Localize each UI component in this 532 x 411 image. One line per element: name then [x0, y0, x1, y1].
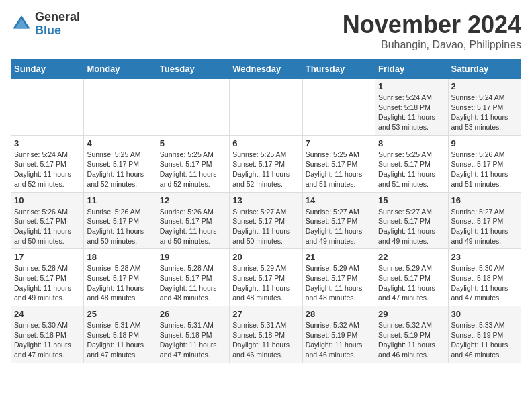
cell-info: and 50 minutes.: [87, 236, 153, 246]
cell-info: and 52 minutes.: [87, 179, 153, 189]
cell-info: Sunset: 5:17 PM: [14, 273, 81, 283]
cell-info: Sunset: 5:17 PM: [160, 273, 226, 283]
cell-info: and 48 minutes.: [306, 293, 372, 303]
cell-info: Sunset: 5:19 PM: [378, 330, 445, 340]
day-number: 15: [378, 195, 445, 205]
day-number: 24: [14, 309, 81, 319]
weekday-header: Wednesday: [230, 60, 302, 79]
calendar-cell: 26Sunrise: 5:31 AMSunset: 5:18 PMDayligh…: [157, 306, 229, 363]
logo-blue: Blue: [35, 24, 80, 38]
cell-info: Daylight: 11 hours: [451, 283, 518, 293]
cell-info: Sunrise: 5:31 AM: [232, 320, 299, 330]
calendar-cell: 23Sunrise: 5:30 AMSunset: 5:18 PMDayligh…: [448, 249, 521, 306]
calendar-cell: [157, 79, 229, 136]
cell-info: Sunset: 5:18 PM: [232, 330, 299, 340]
day-number: 27: [232, 309, 299, 319]
cell-info: Sunset: 5:17 PM: [378, 159, 445, 169]
cell-info: Sunrise: 5:28 AM: [14, 263, 81, 273]
page-header: General Blue November 2024 Buhangin, Dav…: [11, 11, 521, 51]
cell-info: Sunset: 5:17 PM: [378, 216, 445, 226]
cell-info: Sunrise: 5:25 AM: [306, 150, 372, 160]
cell-info: and 46 minutes.: [232, 350, 299, 360]
calendar-cell: [11, 79, 84, 136]
cell-info: Daylight: 11 hours: [160, 226, 226, 236]
cell-info: Daylight: 11 hours: [14, 340, 81, 350]
cell-info: and 46 minutes.: [378, 350, 445, 360]
calendar-cell: 9Sunrise: 5:26 AMSunset: 5:17 PMDaylight…: [448, 135, 521, 192]
cell-info: Sunset: 5:17 PM: [232, 159, 299, 169]
calendar-cell: [302, 79, 375, 136]
day-number: 6: [232, 138, 299, 148]
logo-general: General: [35, 11, 80, 24]
title-block: November 2024 Buhangin, Davao, Philippin…: [343, 11, 521, 51]
calendar-week-row: 17Sunrise: 5:28 AMSunset: 5:17 PMDayligh…: [11, 249, 521, 306]
day-number: 3: [14, 138, 81, 148]
cell-info: and 47 minutes.: [87, 350, 153, 360]
weekday-header: Friday: [375, 60, 448, 79]
calendar-week-row: 24Sunrise: 5:30 AMSunset: 5:18 PMDayligh…: [11, 306, 521, 363]
calendar-cell: 25Sunrise: 5:31 AMSunset: 5:18 PMDayligh…: [84, 306, 157, 363]
cell-info: Sunrise: 5:24 AM: [378, 93, 445, 103]
cell-info: and 48 minutes.: [232, 293, 299, 303]
calendar-cell: 28Sunrise: 5:32 AMSunset: 5:19 PMDayligh…: [302, 306, 375, 363]
day-number: 13: [232, 195, 299, 205]
cell-info: Sunset: 5:17 PM: [232, 216, 299, 226]
cell-info: Daylight: 11 hours: [87, 340, 153, 350]
cell-info: Sunset: 5:17 PM: [14, 159, 81, 169]
cell-info: Sunrise: 5:26 AM: [160, 207, 226, 217]
cell-info: Sunrise: 5:24 AM: [14, 150, 81, 160]
cell-info: Daylight: 11 hours: [451, 226, 518, 236]
cell-info: Sunrise: 5:27 AM: [378, 207, 445, 217]
cell-info: Daylight: 11 hours: [306, 340, 372, 350]
day-number: 22: [378, 252, 445, 262]
calendar-cell: 15Sunrise: 5:27 AMSunset: 5:17 PMDayligh…: [375, 192, 448, 249]
cell-info: and 46 minutes.: [306, 350, 372, 360]
cell-info: Sunset: 5:17 PM: [306, 273, 372, 283]
calendar-cell: [84, 79, 157, 136]
calendar-cell: 30Sunrise: 5:33 AMSunset: 5:19 PMDayligh…: [448, 306, 521, 363]
cell-info: Sunrise: 5:29 AM: [232, 263, 299, 273]
cell-info: Sunrise: 5:25 AM: [232, 150, 299, 160]
calendar-cell: 16Sunrise: 5:27 AMSunset: 5:17 PMDayligh…: [448, 192, 521, 249]
cell-info: Daylight: 11 hours: [87, 283, 153, 293]
calendar-cell: 19Sunrise: 5:28 AMSunset: 5:17 PMDayligh…: [157, 249, 229, 306]
calendar-cell: 4Sunrise: 5:25 AMSunset: 5:17 PMDaylight…: [84, 135, 157, 192]
cell-info: Sunset: 5:17 PM: [160, 216, 226, 226]
cell-info: and 46 minutes.: [451, 350, 518, 360]
calendar-cell: 18Sunrise: 5:28 AMSunset: 5:17 PMDayligh…: [84, 249, 157, 306]
cell-info: and 49 minutes.: [378, 236, 445, 246]
cell-info: Daylight: 11 hours: [14, 169, 81, 179]
day-number: 19: [160, 252, 226, 262]
cell-info: and 48 minutes.: [87, 293, 153, 303]
day-number: 29: [378, 309, 445, 319]
weekday-header: Sunday: [11, 60, 84, 79]
day-number: 21: [306, 252, 372, 262]
day-number: 17: [14, 252, 81, 262]
cell-info: Sunset: 5:17 PM: [160, 159, 226, 169]
day-number: 28: [306, 309, 372, 319]
calendar-cell: 20Sunrise: 5:29 AMSunset: 5:17 PMDayligh…: [230, 249, 302, 306]
calendar-cell: 14Sunrise: 5:27 AMSunset: 5:17 PMDayligh…: [302, 192, 375, 249]
cell-info: Daylight: 11 hours: [232, 226, 299, 236]
cell-info: Daylight: 11 hours: [378, 283, 445, 293]
cell-info: and 47 minutes.: [160, 350, 226, 360]
day-number: 26: [160, 309, 226, 319]
weekday-header: Thursday: [302, 60, 375, 79]
cell-info: Sunrise: 5:25 AM: [160, 150, 226, 160]
cell-info: Sunset: 5:17 PM: [232, 273, 299, 283]
cell-info: and 49 minutes.: [306, 236, 372, 246]
day-number: 7: [306, 138, 372, 148]
cell-info: Sunrise: 5:25 AM: [378, 150, 445, 160]
cell-info: Sunset: 5:17 PM: [451, 159, 518, 169]
cell-info: Daylight: 11 hours: [306, 226, 372, 236]
cell-info: Daylight: 11 hours: [87, 169, 153, 179]
logo: General Blue: [11, 11, 80, 38]
cell-info: and 51 minutes.: [306, 179, 372, 189]
cell-info: Daylight: 11 hours: [451, 169, 518, 179]
cell-info: Sunrise: 5:28 AM: [160, 263, 226, 273]
cell-info: and 49 minutes.: [14, 293, 81, 303]
weekday-header: Monday: [84, 60, 157, 79]
cell-info: Sunrise: 5:26 AM: [87, 207, 153, 217]
calendar-cell: 29Sunrise: 5:32 AMSunset: 5:19 PMDayligh…: [375, 306, 448, 363]
calendar-cell: 13Sunrise: 5:27 AMSunset: 5:17 PMDayligh…: [230, 192, 302, 249]
